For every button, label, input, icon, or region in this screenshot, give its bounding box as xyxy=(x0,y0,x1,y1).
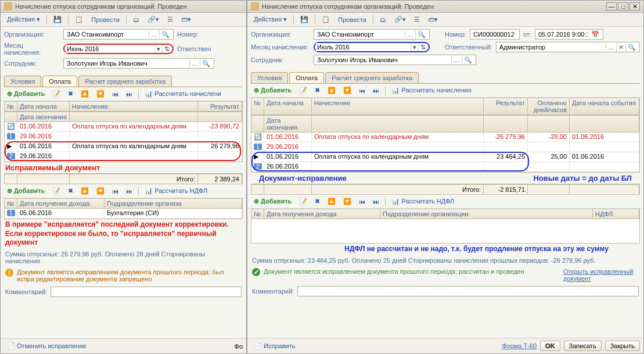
provesti-button[interactable]: Провести xyxy=(88,15,123,24)
tool-icon[interactable]: ⏭ xyxy=(370,86,382,95)
spinner-icon[interactable]: ⇅ xyxy=(418,44,427,51)
calc-button[interactable]: 📊 Рассчитать начисления xyxy=(388,85,474,95)
field-emp[interactable]: …🔍 xyxy=(314,55,476,65)
cancel-correction-button[interactable]: 📄 Отменить исправление xyxy=(4,341,89,351)
table-row[interactable]: 1 29.06.2016 xyxy=(251,142,639,152)
spinner-icon[interactable]: ⇅ xyxy=(162,45,171,53)
tool-icon[interactable]: 📝 xyxy=(296,85,310,95)
field-num[interactable] xyxy=(470,29,520,40)
accrual-grid[interactable]: № Дата начала Начисление Результат Оплач… xyxy=(251,98,640,173)
col-dstart[interactable]: Дата начала xyxy=(17,102,70,112)
col-res[interactable]: Результат xyxy=(484,98,528,115)
tool-icon[interactable]: 🔽 xyxy=(340,196,354,206)
ndfl-grid[interactable]: № Дата получения дохода Подразделение ор… xyxy=(251,209,640,244)
col-n[interactable]: № xyxy=(251,98,264,115)
table-row[interactable]: ▶ 01.06.2016 Оплата отпуска по календарн… xyxy=(251,152,639,162)
tab-average[interactable]: Расчет среднего заработка xyxy=(78,76,172,87)
dropdown-icon[interactable]: ▾ xyxy=(154,45,162,53)
add-button[interactable]: ⊕ Добавить xyxy=(4,186,48,196)
field-resp[interactable]: …✕🔍 xyxy=(496,42,640,52)
calendar-icon[interactable]: 📅 xyxy=(589,31,601,38)
provesti-button[interactable]: Провести xyxy=(335,15,369,24)
select-icon[interactable]: … xyxy=(606,44,616,51)
form-t60-link[interactable]: Форма Т-60 xyxy=(502,342,537,349)
save-button[interactable]: Записать xyxy=(564,341,602,351)
col-ndfl[interactable]: НДФЛ xyxy=(593,209,639,219)
table-row[interactable]: 1 29.06.2016 xyxy=(5,132,242,142)
add-button[interactable]: ⊕ Добавить xyxy=(251,85,294,95)
col-res[interactable]: Результат xyxy=(198,102,242,112)
calc-button[interactable]: 📊 Рассчитать начислени xyxy=(142,89,224,99)
col-acc[interactable]: Начисление xyxy=(312,98,484,115)
field-comment[interactable] xyxy=(51,287,242,297)
tool-icon[interactable]: 📝 xyxy=(49,89,63,99)
tool-icon[interactable]: ✖ xyxy=(65,89,76,99)
calc-ndfl-button[interactable]: 📊 Рассчитать НДФЛ xyxy=(388,196,457,206)
tool-icon[interactable]: ✖ xyxy=(312,85,323,95)
tool-link-icon[interactable]: 🔗▾ xyxy=(391,15,409,24)
col-date[interactable]: Дата получения дохода xyxy=(17,199,105,209)
field-month[interactable]: ▾⇅ xyxy=(63,44,174,54)
tool-post-icon[interactable]: 📋 xyxy=(72,15,86,24)
tool-icon[interactable]: 🔼 xyxy=(78,186,92,196)
col-date[interactable]: Дата получения дохода xyxy=(264,209,380,219)
tool-icon[interactable]: ⏭ xyxy=(123,187,135,196)
tool-post-icon[interactable]: 📋 xyxy=(319,15,333,24)
tool-icon[interactable]: 🔽 xyxy=(93,186,107,196)
col-acc[interactable]: Начисление xyxy=(70,102,198,112)
minimize-button[interactable]: — xyxy=(606,2,617,10)
tab-conditions[interactable]: Условия xyxy=(4,76,41,87)
tool-save-icon[interactable]: 💾 xyxy=(51,15,64,24)
tool-icon[interactable]: ⏮ xyxy=(356,86,368,95)
field-month[interactable]: ▾⇅ xyxy=(314,42,430,52)
field-date[interactable]: 📅 xyxy=(535,29,603,40)
tool-save-icon[interactable]: 💾 xyxy=(297,15,311,24)
select-icon[interactable]: … xyxy=(405,31,415,38)
select-icon[interactable]: … xyxy=(189,60,200,67)
tab-average[interactable]: Расчет среднего заработка xyxy=(325,72,419,83)
actions-menu[interactable]: Действия ▾ xyxy=(251,15,290,24)
table-row[interactable]: 1 05.06.2016 Бухгалтерия (СИ) xyxy=(5,209,242,219)
col-dept[interactable]: Подразделение организа xyxy=(105,199,242,209)
tool-icon[interactable]: ✖ xyxy=(65,186,76,196)
add-button[interactable]: ⊕ Добавить xyxy=(4,89,48,99)
open-corrected-link[interactable]: Открыть исправленный документ xyxy=(563,268,639,282)
tool-structure-icon[interactable]: 🗂 xyxy=(130,15,142,24)
tool-link-icon[interactable]: 🔗▾ xyxy=(145,15,162,24)
tab-payment[interactable]: Оплата xyxy=(289,72,324,83)
table-row[interactable]: 🔃 01.06.2016 Оплата отпуска по календарн… xyxy=(251,133,639,142)
tool-icon[interactable]: ⏭ xyxy=(123,90,135,99)
col-n[interactable]: № xyxy=(5,102,17,112)
actions-menu[interactable]: Действия ▾ xyxy=(4,15,43,24)
tool-list-icon[interactable]: ☰ xyxy=(411,15,423,24)
table-row[interactable]: 2 26.06.2016 xyxy=(251,162,639,172)
table-row[interactable]: 2 29.06.2016 xyxy=(5,152,242,162)
clear-icon[interactable]: ✕ xyxy=(616,44,625,51)
lookup-icon[interactable]: 🔍 xyxy=(200,60,212,67)
tool-list-icon[interactable]: ☰ xyxy=(164,15,176,24)
col-dept[interactable]: Подразделение организации xyxy=(380,209,593,219)
lookup-icon[interactable]: 🔍 xyxy=(462,56,474,64)
tab-conditions[interactable]: Условия xyxy=(251,72,288,83)
col-dstart[interactable]: Дата начала xyxy=(264,98,312,115)
calc-ndfl-button[interactable]: 📊 Рассчитать НДФЛ xyxy=(142,186,210,196)
lookup-icon[interactable]: 🔍 xyxy=(625,44,638,51)
tool-icon[interactable]: ⏮ xyxy=(356,197,368,206)
lookup-icon[interactable]: 🔍 xyxy=(159,31,171,38)
col-event[interactable]: Дата начала события xyxy=(570,98,639,115)
lookup-icon[interactable]: 🔍 xyxy=(415,31,427,38)
tool-icon[interactable]: 🔽 xyxy=(340,85,354,95)
field-org[interactable]: …🔍 xyxy=(63,29,174,40)
tool-icon[interactable]: ⏮ xyxy=(109,187,121,196)
maximize-button[interactable]: □ xyxy=(618,2,628,10)
select-icon[interactable]: … xyxy=(451,56,462,63)
ok-button[interactable]: OK xyxy=(540,341,560,351)
tool-icon[interactable]: 🔼 xyxy=(325,85,339,95)
tool-tree-icon[interactable]: 🗃▾ xyxy=(425,15,441,24)
tool-structure-icon[interactable]: 🗂 xyxy=(377,15,389,24)
dropdown-icon[interactable]: ▾ xyxy=(411,44,418,51)
accrual-grid[interactable]: № Дата начала Начисление Результат Дата … xyxy=(4,101,243,162)
tool-icon[interactable]: 📝 xyxy=(49,186,63,196)
tool-icon[interactable]: 📝 xyxy=(296,196,310,206)
tool-icon[interactable]: 🔼 xyxy=(325,196,339,206)
